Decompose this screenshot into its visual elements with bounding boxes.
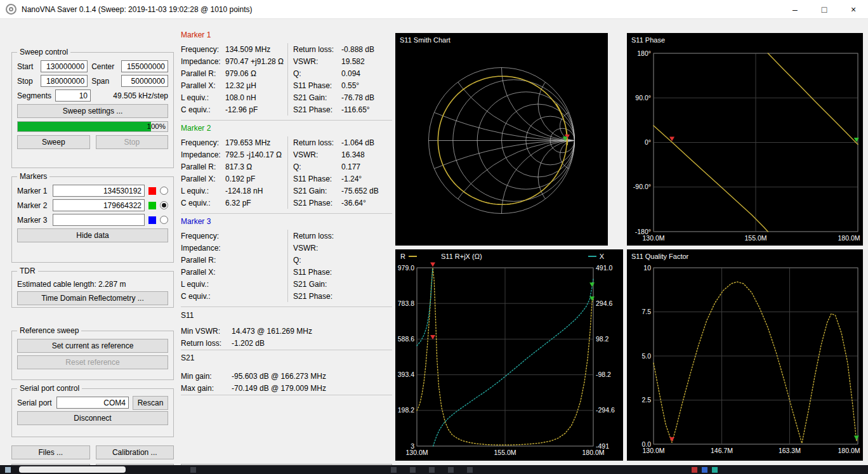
rjx-legend-x: X (588, 253, 604, 260)
svg-text:198.2: 198.2 (398, 406, 414, 414)
reference-sweep-group: Reference sweep Set current as reference… (11, 331, 174, 380)
field-label: Q: (293, 162, 341, 171)
taskbar-app-icon[interactable] (391, 467, 397, 473)
taskbar-app-icon[interactable] (429, 467, 435, 473)
start-button-icon[interactable] (5, 467, 11, 473)
field-label: C equiv.: (181, 292, 225, 301)
field-label: S21 Gain: (293, 93, 341, 102)
serial-port-input[interactable] (56, 397, 129, 409)
marker-3-frequency-input[interactable] (53, 214, 145, 226)
span-frequency-input[interactable] (121, 75, 168, 87)
field-label: Return loss: (293, 138, 341, 147)
minimize-icon[interactable]: – (780, 0, 810, 19)
separator (181, 306, 392, 307)
field-label: L equiv.: (181, 280, 225, 289)
marker-1-details: Marker 1 Frequency:134.509 MHz Impedance… (181, 30, 392, 115)
rjx-legend-x-label: X (600, 253, 604, 260)
field-value: 19.582 (341, 57, 365, 66)
reset-reference-button[interactable]: Reset reference (17, 355, 168, 369)
taskbar-tray-icon[interactable] (692, 467, 697, 473)
sweep-control-group: Sweep control Start Center Stop Span Seg… (11, 52, 174, 168)
stop-frequency-input[interactable] (41, 75, 88, 87)
field-value: -12.96 pF (225, 105, 258, 114)
taskbar-search-input[interactable] (19, 466, 126, 473)
field-label: S21 Phase: (293, 292, 341, 301)
svg-text:7.5: 7.5 (641, 308, 651, 315)
taskbar-tray-icon[interactable] (712, 467, 718, 473)
s21-stats: S21 Min gain:-95.603 dB @ 166.273 MHz Ma… (181, 353, 392, 394)
field-label: Return loss: (293, 45, 341, 54)
time-domain-reflectometry-button[interactable]: Time Domain Reflectometry ... (17, 291, 168, 305)
s11-phase-chart-canvas[interactable]: 180°90.0°0°-90.0°-180°130.0M155.0M180.0M (627, 33, 863, 246)
field-label: Return loss: (181, 339, 232, 348)
field-value: 6.32 pF (225, 199, 251, 207)
taskbar-tray-icon[interactable] (702, 467, 707, 473)
rescan-button[interactable]: Rescan (133, 396, 168, 410)
field-label: C equiv.: (181, 105, 225, 114)
field-label: Parallel X: (181, 81, 225, 90)
hide-data-button[interactable]: Hide data (17, 228, 168, 242)
s11-stats: S11 Min VSWR:14.473 @ 161.269 MHz Return… (181, 311, 392, 349)
separator (181, 350, 392, 350)
serial-port-label: Serial port (17, 398, 53, 407)
segments-input[interactable] (55, 89, 91, 102)
svg-text:2.5: 2.5 (641, 396, 651, 404)
field-value: 12.32 µH (225, 81, 256, 90)
svg-text:146.7M: 146.7M (711, 447, 733, 454)
field-label: VSWR: (293, 244, 341, 253)
field-label: VSWR: (293, 150, 341, 159)
s11-quality-factor-chart-canvas[interactable]: 107.55.02.50.0130.0M146.7M163.3M180.0M (627, 249, 863, 461)
span-label: Span (91, 77, 117, 86)
center-frequency-input[interactable] (121, 60, 168, 72)
field-label: Frequency: (181, 138, 225, 147)
taskbar-app-icon[interactable] (448, 467, 454, 473)
field-label: Frequency: (181, 232, 225, 240)
sweep-settings-button[interactable]: Sweep settings ... (17, 104, 168, 118)
close-icon[interactable]: × (839, 0, 868, 19)
marker-2-color-swatch[interactable] (148, 202, 156, 209)
start-frequency-input[interactable] (41, 60, 88, 72)
taskbar-app-icon[interactable] (410, 467, 416, 473)
field-value: -70.149 dB @ 179.009 MHz (232, 384, 326, 393)
field-value: -76.78 dB (341, 93, 374, 102)
sweep-progress-fill (18, 122, 151, 131)
stop-sweep-button[interactable]: Stop (96, 135, 169, 149)
s11-smith-chart: S11 Smith Chart (395, 33, 608, 246)
sweep-button[interactable]: Sweep (17, 135, 90, 149)
maximize-icon[interactable]: □ (810, 0, 839, 19)
marker-3-radio[interactable] (160, 216, 168, 224)
marker-1-details-title: Marker 1 (181, 30, 392, 42)
field-label: Parallel X: (181, 174, 225, 183)
svg-text:10: 10 (643, 264, 651, 272)
field-value: 979.06 Ω (225, 69, 256, 78)
svg-text:0°: 0° (645, 138, 651, 146)
taskbar-app-icon[interactable] (190, 467, 196, 473)
reference-sweep-group-title: Reference sweep (17, 326, 81, 335)
files-button[interactable]: Files ... (11, 445, 90, 459)
set-reference-button[interactable]: Set current as reference (17, 339, 168, 353)
separator (181, 120, 392, 121)
svg-text:130.0M: 130.0M (405, 449, 428, 456)
field-value: -95.603 dB @ 166.273 MHz (232, 372, 326, 381)
field-value: 0.177 (341, 162, 360, 171)
disconnect-button[interactable]: Disconnect (17, 411, 168, 425)
field-label: Parallel R: (181, 256, 225, 265)
s11-phase-chart: S11 Phase 180°90.0°0°-90.0°-180°130.0M15… (627, 33, 863, 246)
svg-text:180.0M: 180.0M (582, 449, 604, 456)
marker-2-radio[interactable] (160, 201, 168, 209)
marker-2-frequency-input[interactable] (53, 199, 145, 211)
tdr-group: TDR Estimated cable length: 2.287 m Time… (11, 271, 174, 308)
sweep-control-group-title: Sweep control (17, 48, 70, 56)
s11-rjx-chart-canvas[interactable]: 979.0783.8588.6393.4198.23491.0294.698.2… (395, 249, 623, 461)
segments-label: Segments (17, 91, 51, 100)
taskbar-app-icon[interactable] (467, 467, 473, 473)
marker-3-color-swatch[interactable] (148, 216, 156, 224)
calibration-button[interactable]: Calibration ... (96, 445, 174, 459)
marker-1-radio[interactable] (160, 187, 168, 195)
rjx-legend-r-label: R (400, 253, 405, 260)
s11-smith-chart-canvas[interactable] (395, 33, 608, 246)
field-value: 970.47 +j91.28 Ω (225, 57, 284, 66)
svg-text:294.6: 294.6 (596, 300, 612, 307)
marker-1-frequency-input[interactable] (53, 185, 145, 197)
marker-1-color-swatch[interactable] (148, 187, 156, 195)
